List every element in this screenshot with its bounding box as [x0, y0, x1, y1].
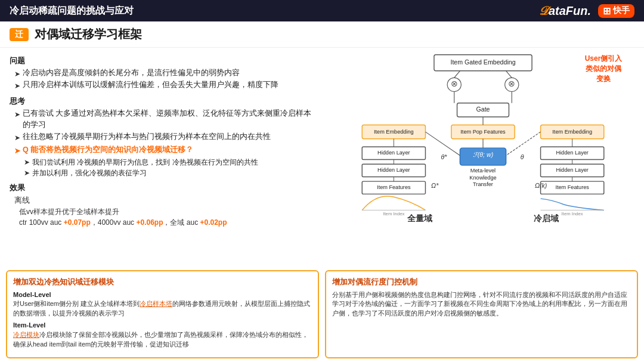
plus-1: +0.07pp [64, 218, 91, 227]
card-1-title: 增加双边冷热知识域迁移模块 [13, 276, 312, 288]
card-1-item: Item-Level 冷启模块冷启模块除了保留全部冷视频以外，也少量增加了高热视… [13, 321, 312, 349]
cold-link: 冷启样本塔 [140, 300, 172, 307]
question-text: Q 能否将热视频行为空间的知识向冷视频域迁移？ [23, 144, 193, 157]
cold-module-link: 冷启模块 [13, 331, 39, 338]
problem-label: 问题 [10, 55, 312, 67]
svg-text:Ω(k): Ω(k) [535, 182, 547, 189]
svg-text:Meta-level: Meta-level [470, 168, 496, 174]
sub-arrow-1: ➤ [24, 157, 30, 168]
think-label: 思考 [10, 95, 312, 108]
header: 冷启动稀疏问题的挑战与应对 𝒟ataFun. ⊞ 快手 [0, 0, 644, 21]
svg-text:Hidden Layer: Hidden Layer [377, 150, 410, 156]
sub-item-1: ➤ 我们尝试利用 冷视频的早期行为信息，找到 冷热视频在行为空间的共性 [24, 157, 312, 168]
svg-line-5 [454, 71, 460, 78]
domain-right: 冷启域 [534, 214, 559, 224]
svg-line-6 [506, 71, 512, 78]
card-2-title: 增加对偶流行度门控机制 [332, 276, 631, 288]
card-1-model: Model-Level 对User侧和item侧分别 建立从全域样本塔到冷启样本… [13, 290, 312, 319]
offline-label: 离线 [14, 194, 312, 206]
svg-text:⊗: ⊗ [451, 79, 458, 88]
effect-text-2: ctr 100vv auc +0.07pp，4000vv auc +0.06pp… [19, 217, 312, 228]
svg-text:Item Embedding: Item Embedding [374, 129, 414, 135]
problem-item-2: ➤ 只用冷启样本训练可以缓解流行性偏差，但会丢失大量用户兴趣，精度下降 [14, 79, 312, 92]
svg-text:Item Pop Features: Item Pop Features [460, 129, 506, 135]
plus-3: +0.02pp [200, 218, 227, 227]
user-annotation: User侧引入类似的对偶变换 [568, 54, 639, 83]
effect-text-1: 低vv样本提升优于全域样本提升 [19, 206, 312, 217]
section-badge: 迁 [10, 28, 29, 41]
sub-arrow-2: ➤ [24, 168, 30, 178]
card-1: 增加双边冷热知识域迁移模块 Model-Level 对User侧和item侧分别… [6, 270, 319, 358]
svg-text:Item Index: Item Index [562, 211, 583, 216]
card-2-text: 分别基于用户侧和视频侧的热度信息构建门控网络，针对不同流行度的视频和不同活跃度的… [332, 290, 631, 319]
card-2: 增加对偶流行度门控机制 分别基于用户侧和视频侧的热度信息构建门控网络，针对不同流… [325, 270, 638, 358]
effect-section: 效果 离线 低vv样本提升优于全域样本提升 ctr 100vv auc +0.0… [10, 182, 312, 228]
svg-text:Item Features: Item Features [377, 184, 411, 190]
svg-text:Transfer: Transfer [473, 181, 493, 187]
section-header: 迁 对偶域迁移学习框架 [0, 21, 644, 48]
arrow-icon-4: ➤ [14, 132, 20, 144]
svg-text:Hidden Layer: Hidden Layer [556, 167, 588, 173]
item-level-label: Item-Level [13, 321, 45, 329]
svg-text:ℱ(θ; w): ℱ(θ; w) [473, 151, 493, 159]
svg-text:θ: θ [521, 153, 524, 160]
svg-text:Item Embedding: Item Embedding [552, 129, 592, 135]
kuaishou-logo: ⊞ 快手 [598, 4, 634, 18]
svg-text:Item Index: Item Index [383, 211, 404, 216]
svg-text:Hidden Layer: Hidden Layer [377, 167, 410, 173]
top-box-text: Item Gated Embedding [450, 58, 515, 66]
svg-text:Gate: Gate [476, 106, 490, 113]
datafun-logo: 𝒟ataFun. [538, 4, 591, 18]
arrow-icon-2: ➤ [14, 81, 20, 92]
svg-text:θ*: θ* [441, 153, 447, 160]
svg-text:⊗: ⊗ [508, 79, 515, 88]
domain-left: 全量域 [407, 214, 432, 224]
question-item: ➤ Q 能否将热视频行为空间的知识向冷视频域迁移？ [14, 144, 312, 157]
arrow-icon-1: ➤ [14, 69, 20, 80]
problem-item-1: ➤ 冷启动内容是高度倾斜的长尾分布，是流行性偏见中的弱势内容 [14, 67, 312, 80]
think-item-1: ➤ 已有尝试 大多通过对高热样本欠采样、逆频率加权、泛化特征等方式来侧重冷启样本… [14, 108, 312, 131]
arrow-icon-3: ➤ [14, 109, 20, 131]
svg-text:Item Features: Item Features [555, 184, 589, 190]
bottom-cards: 增加双边冷热知识域迁移模块 Model-Level 对User侧和item侧分别… [0, 267, 644, 362]
svg-text:Hidden Layer: Hidden Layer [556, 150, 588, 156]
right-panel: User侧引入类似的对偶变换 Item Gated Embedding ⊗ ⊗ [322, 48, 644, 267]
think-item-2: ➤ 往往忽略了冷视频早期行为样本与热门视频行为样本在空间上的内在共性 [14, 131, 312, 144]
q-arrow-icon: ➤ [14, 146, 20, 157]
header-title: 冷启动稀疏问题的挑战与应对 [10, 5, 134, 17]
sub-item-2: ➤ 并加以利用，强化冷视频的表征学习 [24, 168, 312, 178]
plus-2: +0.06pp [136, 218, 163, 227]
effect-label: 效果 [10, 182, 312, 194]
main-content: 迁 对偶域迁移学习框架 问题 ➤ 冷启动内容是高度倾斜的长尾分布，是流行性偏见中… [0, 21, 644, 362]
svg-text:Knowledge: Knowledge [469, 175, 496, 181]
left-panel: 问题 ➤ 冷启动内容是高度倾斜的长尾分布，是流行性偏见中的弱势内容 ➤ 只用冷启… [0, 48, 322, 267]
header-logos: 𝒟ataFun. ⊞ 快手 [538, 4, 634, 18]
svg-text:Ω*: Ω* [431, 182, 439, 189]
model-level-label: Model-Level [13, 291, 51, 298]
content-area: 问题 ➤ 冷启动内容是高度倾斜的长尾分布，是流行性偏见中的弱势内容 ➤ 只用冷启… [0, 48, 644, 267]
section-title: 对偶域迁移学习框架 [35, 26, 142, 42]
